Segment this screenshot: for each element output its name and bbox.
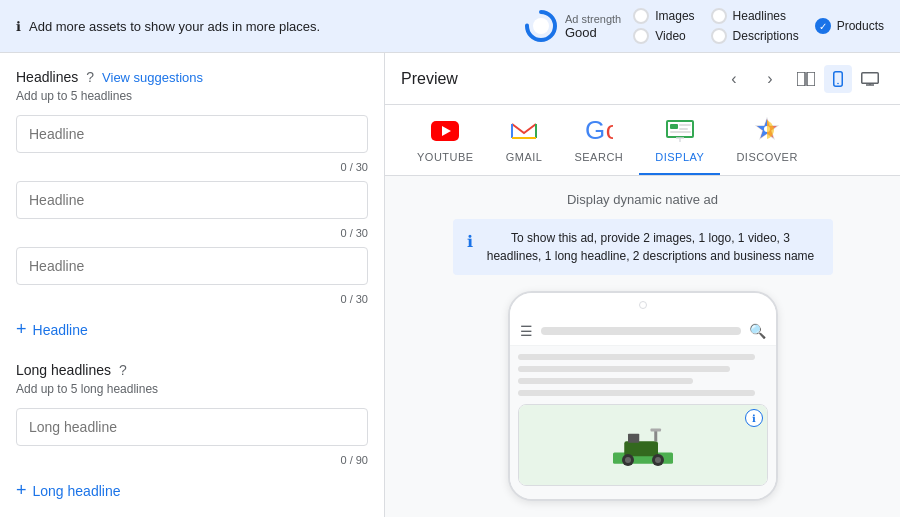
long-headlines-section: Long headlines ? Add up to 5 long headli… [16,362,368,507]
prev-button[interactable]: ‹ [720,65,748,93]
headline-input-2[interactable] [16,181,368,219]
headline-2-char-count: 0 / 30 [16,227,368,239]
checkbox-products[interactable]: Products [815,18,884,34]
tab-display[interactable]: DISPLAY [639,105,720,175]
svg-point-2 [533,18,549,34]
add-headline-icon: + [16,319,27,340]
add-headline-label: Headline [33,322,88,338]
svg-point-31 [655,457,661,463]
content-line-2 [518,366,731,372]
ad-strength-section: Ad strength Good [523,8,621,44]
phone-menu-icon: ☰ [520,323,533,339]
preview-subtitle: Display dynamic native ad [567,192,718,207]
mobile-view-button[interactable] [824,65,852,93]
preview-header: Preview ‹ › [385,53,900,105]
phone-camera [639,301,647,309]
checkbox-descriptions-label: Descriptions [733,29,799,43]
checkbox-group-products: Products [815,18,884,34]
tab-youtube[interactable]: YOUTUBE [401,105,490,175]
svg-rect-33 [650,429,661,432]
checkbox-video[interactable]: Video [633,28,694,44]
preview-info-icon: ℹ [467,230,473,254]
tab-discover-label: DISCOVER [736,151,797,163]
headline-input-1[interactable] [16,115,368,153]
headline-input-1-wrapper [16,115,368,153]
headline-1-char-count: 0 / 30 [16,161,368,173]
headlines-subtitle: Add up to 5 headlines [16,89,368,103]
phone-address-bar [541,327,741,335]
headline-input-3-wrapper [16,247,368,285]
next-button[interactable]: › [756,65,784,93]
svg-rect-21 [670,131,691,133]
headline-input-2-wrapper [16,181,368,219]
content-line-3 [518,378,693,384]
svg-rect-18 [670,124,678,129]
view-toggle [792,65,884,93]
svg-rect-26 [624,441,658,456]
ad-info-button[interactable]: ℹ [745,409,763,427]
long-headline-input-wrapper [16,408,368,446]
checkbox-headlines[interactable]: Headlines [711,8,799,24]
checkbox-headlines-label: Headlines [733,9,786,23]
tab-gmail-label: GMAIL [506,151,543,163]
headline-3-char-count: 0 / 30 [16,293,368,305]
checkbox-descriptions[interactable]: Descriptions [711,28,799,44]
phone-top [510,293,776,317]
add-long-headline-icon: + [16,480,27,501]
checkbox-circle-video [633,28,649,44]
checkbox-circle-images [633,8,649,24]
split-view-icon [797,72,815,86]
content-line-4 [518,390,756,396]
long-headline-input[interactable] [16,408,368,446]
checkbox-images-label: Images [655,9,694,23]
tab-discover[interactable]: DISCOVER [720,105,813,175]
tab-gmail[interactable]: GMAIL [490,105,559,175]
headlines-title: Headlines [16,69,78,85]
checkbox-circle-descriptions [711,28,727,44]
phone-toolbar: ☰ 🔍 [510,317,776,346]
headline-input-3[interactable] [16,247,368,285]
phone-content: ℹ [510,346,776,501]
headlines-help-icon[interactable]: ? [86,69,94,85]
ad-strength-label: Ad strength [565,13,621,25]
add-long-headline-label: Long headline [33,483,121,499]
svg-rect-4 [807,72,815,86]
add-long-headline-button[interactable]: + Long headline [16,474,121,507]
long-headlines-section-header: Long headlines ? [16,362,368,378]
checkbox-video-label: Video [655,29,685,43]
info-message: Add more assets to show your ads in more… [29,19,320,34]
long-headlines-help-icon[interactable]: ? [119,362,127,378]
preview-title: Preview [401,70,712,88]
checkbox-images[interactable]: Images [633,8,694,24]
discover-icon [751,115,783,147]
checkbox-circle-products [815,18,831,34]
desktop-view-icon [861,72,879,86]
tab-youtube-label: YOUTUBE [417,151,474,163]
right-panel: Preview ‹ › [385,53,900,517]
tab-search-label: SEARCH [574,151,623,163]
svg-point-6 [837,82,839,84]
svg-point-29 [625,457,631,463]
phone-search-icon: 🔍 [749,323,766,339]
ad-strength-text: Ad strength Good [565,13,621,40]
platform-tabs: YOUTUBE GMAIL [385,105,900,176]
checkbox-group-left: Images Video [633,8,694,44]
split-view-button[interactable] [792,65,820,93]
svg-text:Google: Google [585,117,613,145]
desktop-view-button[interactable] [856,65,884,93]
phone-mockup: ☰ 🔍 [508,291,778,501]
add-headline-button[interactable]: + Headline [16,313,88,346]
tab-search[interactable]: Google SEARCH [558,105,639,175]
info-banner-bar: ℹ Add more assets to show your ads in mo… [16,19,511,34]
svg-rect-20 [679,128,688,130]
mobile-view-icon [833,71,843,87]
main-layout: Headlines ? View suggestions Add up to 5… [0,53,900,517]
ad-card: ℹ [518,404,768,486]
asset-checkboxes: Images Video Headlines Descriptions Prod… [633,8,884,44]
view-suggestions-link[interactable]: View suggestions [102,70,203,85]
svg-rect-32 [654,430,657,441]
left-panel: Headlines ? View suggestions Add up to 5… [0,53,385,517]
svg-rect-19 [679,124,691,126]
long-headlines-subtitle: Add up to 5 long headlines [16,382,368,396]
headlines-section-header: Headlines ? View suggestions [16,69,368,85]
